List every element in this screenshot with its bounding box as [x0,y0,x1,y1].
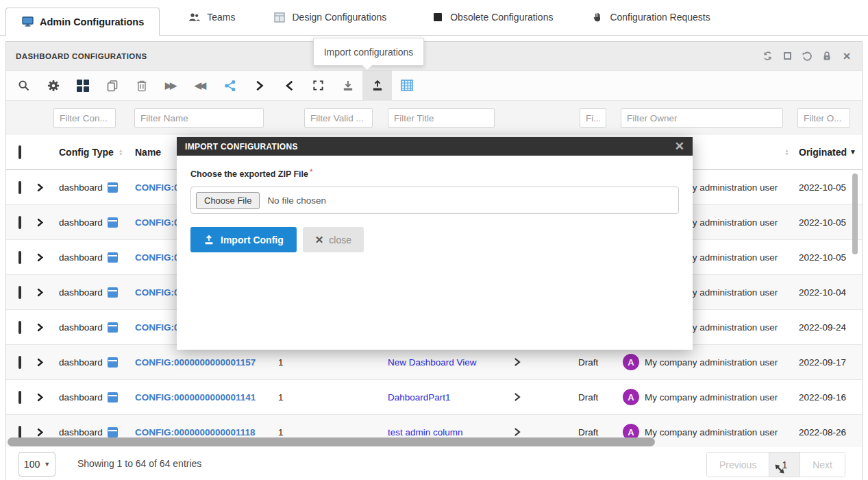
config-name-link[interactable]: CONFIG:0 [135,287,179,298]
toolbar: ▶▶ ◀◀ [6,71,862,101]
config-name-link[interactable]: CONFIG:0 [135,182,179,193]
row-chevron-right-icon[interactable] [513,357,578,367]
row-checkbox[interactable] [18,216,21,229]
choose-file-button[interactable]: Choose File [196,192,260,209]
row-chevron-right-icon[interactable] [513,392,578,402]
header-originated[interactable]: Originated ▼ [799,147,863,158]
chevron-left-icon[interactable] [274,71,303,100]
tab-obsolete-configurations[interactable]: Obsolete Configurations [429,0,556,35]
dashboard-icon [108,357,118,368]
config-type-cell: dashboard [59,217,135,228]
tab-teams[interactable]: Teams [186,0,238,35]
config-name-link[interactable]: CONFIG:0000000000001157 [135,357,256,368]
filter-config-type-input[interactable] [53,108,116,128]
lock-icon[interactable] [821,51,832,62]
title-link[interactable]: DahboardPart1 [388,392,451,403]
upload-icon[interactable] [362,71,392,100]
expand-chevron-icon[interactable] [36,323,59,332]
trash-icon[interactable] [127,71,156,100]
close-button[interactable]: ✕ close [303,227,364,252]
download-icon[interactable] [333,71,362,100]
row-checkbox[interactable] [18,356,21,369]
undo-icon[interactable] [802,51,813,62]
fast-forward-icon[interactable]: ▶▶ [156,71,186,100]
filter-status-input[interactable] [580,108,606,128]
owner-name: My company administration user [645,427,778,437]
config-name-link[interactable]: CONFIG:0 [135,252,179,263]
expand-chevron-icon[interactable] [36,393,59,402]
row-checkbox[interactable] [18,321,21,334]
copy-icon[interactable] [97,71,127,100]
sort-desc-icon: ▼ [850,148,856,156]
expand-chevron-icon[interactable] [36,428,59,437]
config-name-link[interactable]: CONFIG:0 [135,322,179,333]
row-checkbox[interactable] [18,391,21,404]
chevron-right-icon[interactable] [245,71,274,100]
zip-file-label: Choose the exported ZIP File [190,169,308,179]
table-row[interactable]: dashboard CONFIG:0000000000001141 1 Dahb… [6,380,862,415]
filter-name-input[interactable] [134,108,264,128]
originated-cell: 2022-09-16 [799,392,862,403]
owner-name: My company administration user [645,392,778,403]
expand-chevron-icon[interactable] [36,288,59,297]
config-name-link[interactable]: CONFIG:0 [135,217,179,228]
tab-label: Teams [207,12,235,23]
originated-cell: 2022-09-24 [799,322,862,333]
header-config-type[interactable]: Config Type ▲▼ [59,147,135,158]
tab-label: Admin Configurations [40,16,144,27]
close-icon[interactable]: × [841,51,852,62]
tab-label: Configuration Requests [610,12,710,23]
search-icon[interactable] [9,71,38,100]
table-icon[interactable] [392,71,421,100]
select-all-checkbox[interactable] [18,145,21,159]
row-checkbox[interactable] [18,251,21,264]
config-type-cell: dashboard [59,252,135,263]
filter-originated-input[interactable] [797,108,850,128]
tab-admin-configurations[interactable]: Admin Configurations [5,8,160,36]
originated-cell: 2022-10-04 [799,287,862,298]
row-checkbox[interactable] [18,181,21,194]
top-tab-bar: Admin Configurations Teams Design Config… [0,0,868,36]
status-cell: Draft [578,427,623,437]
dashboard-icon [108,392,118,403]
gear-icon[interactable] [38,71,68,100]
tab-design-configurations[interactable]: Design Configurations [271,0,389,35]
row-chevron-right-icon[interactable] [513,427,578,437]
vertical-scrollbar[interactable] [852,173,858,254]
previous-page-button[interactable]: Previous [707,453,769,477]
grid-icon[interactable] [68,71,97,100]
table-row[interactable]: dashboard CONFIG:0000000000001157 1 New … [6,345,862,380]
share-icon[interactable] [215,71,245,100]
required-asterisk: * [310,167,313,177]
config-name-link[interactable]: CONFIG:0000000000001141 [135,392,256,403]
import-configurations-tooltip: Import configurations [313,38,424,66]
file-status-text: No file chosen [267,195,326,206]
expand-icon[interactable] [303,71,333,100]
modal-body: Choose the exported ZIP File* Choose Fil… [177,156,693,264]
title-link[interactable]: New Dashboard View [388,357,477,368]
filter-title-input[interactable] [388,108,495,128]
row-checkbox[interactable] [18,286,21,299]
file-input[interactable]: Choose File No file chosen [190,187,679,214]
horizontal-scrollbar[interactable] [8,437,655,446]
expand-chevron-icon[interactable] [36,218,59,227]
maximize-icon[interactable] [782,51,793,62]
filter-owner-input[interactable] [621,108,783,128]
config-type-cell: dashboard [59,392,135,403]
row-checkbox[interactable] [18,426,21,439]
expand-chevron-icon[interactable] [36,253,59,262]
page-size-select[interactable]: 100 ▼ [18,452,55,477]
expand-chevron-icon[interactable] [36,183,59,192]
tab-configuration-requests[interactable]: Configuration Requests [588,0,712,35]
next-page-button[interactable]: Next [799,453,845,477]
filter-valid-input[interactable] [304,108,373,128]
rewind-icon[interactable]: ◀◀ [186,71,215,100]
modal-close-icon[interactable]: ✕ [675,141,684,152]
refresh-icon[interactable] [762,51,773,62]
title-link[interactable]: test admin column [388,427,463,437]
import-config-button[interactable]: Import Config [190,227,297,252]
dashboard-icon [108,217,118,228]
config-name-link[interactable]: CONFIG:0000000000001118 [135,427,256,437]
expand-chevron-icon[interactable] [36,358,59,367]
modal-title: IMPORT CONFIGURATIONS [185,142,298,152]
